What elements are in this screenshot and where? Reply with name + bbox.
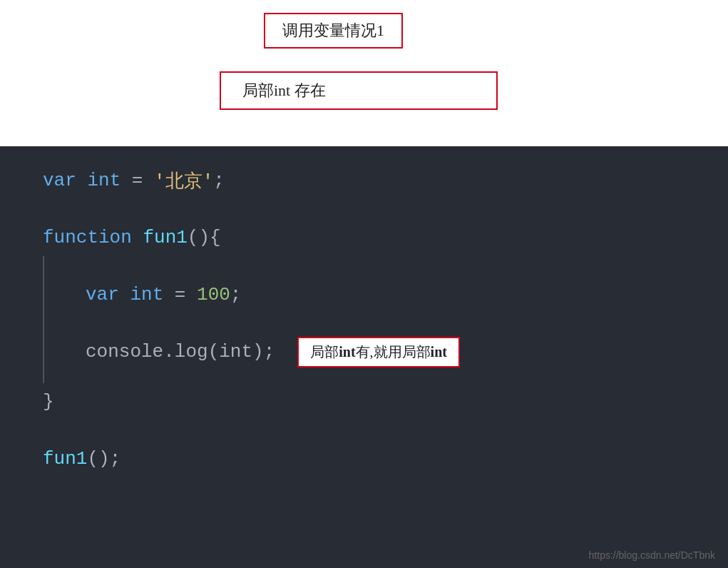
string-beijing: '北京' <box>154 168 213 193</box>
code-line-blank-3 <box>0 313 728 333</box>
title-box: 调用变量情况1 <box>264 13 403 49</box>
function-name: fun1 <box>143 227 187 248</box>
keyword-var-2: var <box>86 284 119 305</box>
code-line-var-int: var int = 100 ; <box>0 276 728 313</box>
inline-annotation-box: 局部int有,就用局部int <box>297 337 460 367</box>
code-line-blank-2 <box>0 256 728 276</box>
console-log: console.log(int); <box>86 341 275 362</box>
code-line-blank-1 <box>0 199 728 219</box>
watermark: https://blog.csdn.net/DcTbnk <box>589 549 715 561</box>
code-line-console: console.log(int); 局部int有,就用局部int <box>0 333 728 370</box>
var-int-2: int <box>130 284 163 305</box>
keyword-function: function <box>43 227 132 248</box>
annotation-area: 调用变量情况1 局部int 存在 <box>0 0 728 146</box>
local-int-box: 局部int 存在 <box>220 71 498 110</box>
code-line-function: function fun1 () { <box>0 219 728 256</box>
keyword-var-1: var <box>43 170 76 191</box>
code-line-blank-4 <box>0 370 728 383</box>
var-int-1: int <box>87 170 121 191</box>
code-area: var int = '北京' ; function fun1 () { var … <box>0 146 728 568</box>
close-brace: } <box>43 391 54 412</box>
code-line-1: var int = '北京' ; <box>0 162 728 199</box>
local-int-text: 局部int 存在 <box>242 81 326 99</box>
title-text: 调用变量情况1 <box>282 21 384 39</box>
function-call: fun1 <box>43 448 87 470</box>
code-line-call: fun1 (); <box>0 440 728 477</box>
code-line-close-brace: } <box>0 383 728 420</box>
number-100: 100 <box>197 284 230 305</box>
code-line-blank-5 <box>0 420 728 440</box>
